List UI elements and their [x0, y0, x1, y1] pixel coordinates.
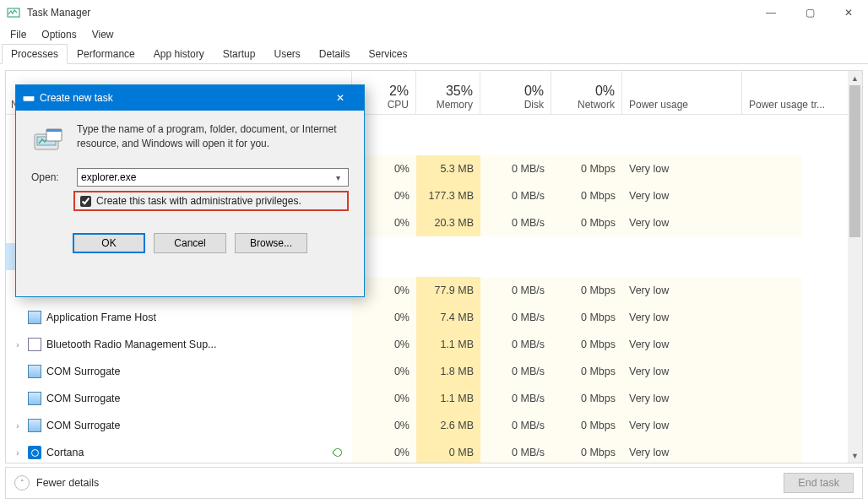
open-combobox[interactable]: ▾: [77, 168, 349, 187]
vertical-scrollbar[interactable]: ▲ ▼: [848, 71, 862, 463]
cell-memory: 177.3 MB: [416, 182, 480, 209]
cell-disk: 0 MB/s: [480, 439, 551, 463]
scroll-thumb[interactable]: [849, 85, 860, 237]
table-row[interactable]: Application Frame Host0%7.4 MB0 MB/s0 Mb…: [6, 304, 862, 331]
cell-power-usage: Very low: [622, 358, 707, 385]
cell-disk: [480, 243, 551, 270]
cell-cpu: 0%: [352, 412, 416, 439]
cell-disk: 0 MB/s: [480, 155, 551, 182]
create-new-task-dialog: Create new task ✕ Type the name of a pro…: [15, 84, 365, 297]
cell-power-usage-trend: [707, 155, 802, 182]
table-row[interactable]: ›COM Surrogate0%2.6 MB0 MB/s0 MbpsVery l…: [6, 412, 862, 439]
cell-network: 0 Mbps: [551, 304, 622, 331]
expand-icon[interactable]: ›: [13, 448, 23, 458]
cell-power-usage-trend: [707, 277, 802, 304]
cell-disk: 0 MB/s: [480, 182, 551, 209]
cell-network: 0 Mbps: [551, 209, 622, 236]
expand-icon[interactable]: ›: [13, 340, 23, 350]
task-manager-icon: [7, 6, 20, 19]
footer-bar: ˄ Fewer details End task: [5, 467, 863, 499]
titlebar: Task Manager — ▢ ✕: [0, 0, 868, 25]
open-label: Open:: [31, 171, 70, 183]
admin-checkbox[interactable]: [80, 196, 91, 207]
open-input[interactable]: [81, 171, 331, 183]
cell-power-usage: Very low: [622, 182, 707, 209]
tab-users[interactable]: Users: [264, 44, 309, 64]
end-task-button[interactable]: End task: [784, 473, 854, 493]
dialog-close-button[interactable]: ✕: [323, 87, 357, 109]
cell-disk: 0 MB/s: [480, 385, 551, 412]
column-power-usage-trend[interactable]: Power usage tr...: [742, 71, 862, 114]
cell-memory: 1.8 MB: [416, 358, 480, 385]
cell-memory: [416, 243, 480, 270]
process-name: Cortana: [46, 447, 84, 458]
chevron-down-icon[interactable]: ▾: [331, 173, 344, 182]
minimize-button[interactable]: —: [751, 0, 790, 25]
process-icon: [28, 392, 41, 405]
column-power-usage[interactable]: Power usage: [622, 71, 742, 114]
cell-power-usage-trend: [707, 331, 802, 358]
close-button[interactable]: ✕: [829, 0, 868, 25]
cell-disk: 0 MB/s: [480, 277, 551, 304]
tab-startup[interactable]: Startup: [214, 44, 265, 64]
cell-power-usage-trend: [707, 385, 802, 412]
menubar: File Options View: [0, 25, 868, 44]
admin-privileges-row: Create this task with administrative pri…: [73, 191, 349, 211]
cell-power-usage: Very low: [622, 304, 707, 331]
scroll-down-icon[interactable]: ▼: [848, 448, 862, 463]
cell-memory: 1.1 MB: [416, 331, 480, 358]
cell-disk: 0 MB/s: [480, 358, 551, 385]
table-row[interactable]: ›Bluetooth Radio Management Sup...0%1.1 …: [6, 331, 862, 358]
process-name: COM Surrogate: [46, 366, 121, 377]
maximize-button[interactable]: ▢: [790, 0, 829, 25]
menu-options[interactable]: Options: [35, 27, 83, 42]
ok-button[interactable]: OK: [73, 233, 145, 253]
cell-power-usage: Very low: [622, 412, 707, 439]
table-row[interactable]: COM Surrogate0%1.8 MB0 MB/s0 MbpsVery lo…: [6, 358, 862, 385]
column-network[interactable]: 0%Network: [551, 71, 622, 114]
dialog-description: Type the name of a program, folder, docu…: [77, 122, 349, 156]
table-row[interactable]: COM Surrogate0%1.1 MB0 MB/s0 MbpsVery lo…: [6, 385, 862, 412]
cell-power-usage-trend: [707, 412, 802, 439]
cell-disk: 0 MB/s: [480, 304, 551, 331]
cell-power-usage: Very low: [622, 155, 707, 182]
menu-file[interactable]: File: [3, 27, 33, 42]
cell-cpu: 0%: [352, 304, 416, 331]
browse-button[interactable]: Browse...: [235, 233, 307, 253]
cell-memory: 1.1 MB: [416, 385, 480, 412]
process-name: Application Frame Host: [46, 312, 156, 323]
cell-disk: 0 MB/s: [480, 412, 551, 439]
cell-network: 0 Mbps: [551, 277, 622, 304]
cell-network: 0 Mbps: [551, 358, 622, 385]
admin-checkbox-label: Create this task with administrative pri…: [96, 195, 301, 207]
tab-services[interactable]: Services: [360, 44, 417, 64]
dialog-titlebar[interactable]: Create new task ✕: [16, 85, 364, 111]
cell-power-usage-trend: [707, 358, 802, 385]
process-icon: [28, 446, 41, 459]
cell-power-usage-trend: [707, 304, 802, 331]
cell-power-usage-trend: [707, 439, 802, 463]
cell-power-usage-trend: [707, 182, 802, 209]
tab-processes[interactable]: Processes: [2, 44, 68, 64]
table-row[interactable]: ›Cortana0%0 MB0 MB/s0 MbpsVery low: [6, 439, 862, 463]
cell-network: 0 Mbps: [551, 155, 622, 182]
run-icon: [31, 122, 65, 156]
tab-details[interactable]: Details: [310, 44, 360, 64]
fewer-details-button[interactable]: ˄ Fewer details: [14, 475, 99, 490]
scroll-up-icon[interactable]: ▲: [848, 71, 862, 85]
cell-cpu: 0%: [352, 358, 416, 385]
fewer-details-label: Fewer details: [36, 477, 99, 489]
cell-network: 0 Mbps: [551, 385, 622, 412]
cancel-button[interactable]: Cancel: [154, 233, 226, 253]
tab-performance[interactable]: Performance: [68, 44, 144, 64]
window-controls: — ▢ ✕: [751, 0, 868, 25]
cell-memory: 20.3 MB: [416, 209, 480, 236]
menu-view[interactable]: View: [85, 27, 121, 42]
window-title: Task Manager: [27, 7, 751, 19]
expand-icon[interactable]: ›: [13, 421, 23, 431]
process-name: Bluetooth Radio Management Sup...: [46, 339, 217, 350]
cell-network: [551, 243, 622, 270]
column-disk[interactable]: 0%Disk: [480, 71, 551, 114]
column-memory[interactable]: 35%Memory: [416, 71, 480, 114]
tab-app-history[interactable]: App history: [144, 44, 214, 64]
